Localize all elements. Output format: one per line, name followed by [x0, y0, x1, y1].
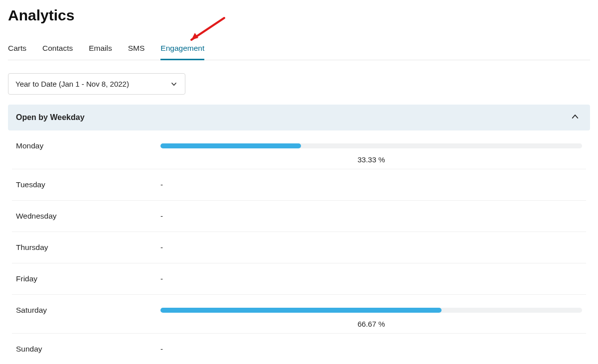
bar-cell: 66.67 % — [160, 295, 582, 333]
no-data-dash: - — [160, 243, 582, 251]
table-row: Monday33.33 % — [12, 130, 586, 169]
bar-cell: - — [160, 263, 582, 294]
weekday-label: Monday — [16, 130, 160, 168]
bar-cell: - — [160, 169, 582, 200]
tabs: Carts Contacts Emails SMS Engagement — [8, 38, 590, 60]
tab-emails[interactable]: Emails — [89, 38, 112, 60]
weekday-label: Tuesday — [16, 169, 160, 200]
table-row: Sunday- — [12, 334, 586, 364]
card-title: Open by Weekday — [16, 113, 85, 122]
bar-cell: - — [160, 232, 582, 262]
weekday-label: Thursday — [16, 232, 160, 263]
bar-track — [160, 308, 582, 313]
percent-label: 33.33 % — [160, 155, 582, 164]
bar-cell: 33.33 % — [160, 130, 582, 169]
date-range-label: Year to Date (Jan 1 - Nov 8, 2022) — [15, 80, 129, 88]
chevron-up-icon — [571, 112, 580, 123]
open-by-weekday-card: Open by Weekday Monday33.33 %Tuesday-Wed… — [8, 105, 590, 364]
table-row: Saturday66.67 % — [12, 295, 586, 334]
table-row: Wednesday- — [12, 201, 586, 232]
no-data-dash: - — [160, 212, 582, 220]
bar-track — [160, 143, 582, 148]
tab-contacts[interactable]: Contacts — [42, 38, 73, 60]
chart-body: Monday33.33 %Tuesday-Wednesday-Thursday-… — [8, 130, 590, 364]
bar-cell: - — [160, 334, 582, 364]
card-header[interactable]: Open by Weekday — [8, 105, 590, 130]
table-row: Friday- — [12, 263, 586, 295]
no-data-dash: - — [160, 180, 582, 189]
page-title: Analytics — [8, 7, 590, 24]
table-row: Thursday- — [12, 232, 586, 263]
collapse-button[interactable] — [568, 111, 582, 124]
no-data-dash: - — [160, 345, 582, 353]
date-range-select[interactable]: Year to Date (Jan 1 - Nov 8, 2022) — [8, 73, 185, 95]
bar-fill — [160, 143, 301, 148]
weekday-label: Sunday — [16, 334, 160, 364]
chevron-down-icon — [170, 80, 178, 88]
no-data-dash: - — [160, 274, 582, 283]
weekday-label: Saturday — [16, 295, 160, 333]
tab-sms[interactable]: SMS — [128, 38, 145, 60]
bar-fill — [160, 308, 442, 313]
tab-engagement[interactable]: Engagement — [160, 38, 204, 60]
table-row: Tuesday- — [12, 169, 586, 201]
bar-cell: - — [160, 201, 582, 231]
percent-label: 66.67 % — [160, 320, 582, 328]
weekday-label: Wednesday — [16, 201, 160, 232]
tab-carts[interactable]: Carts — [8, 38, 26, 60]
weekday-label: Friday — [16, 263, 160, 294]
